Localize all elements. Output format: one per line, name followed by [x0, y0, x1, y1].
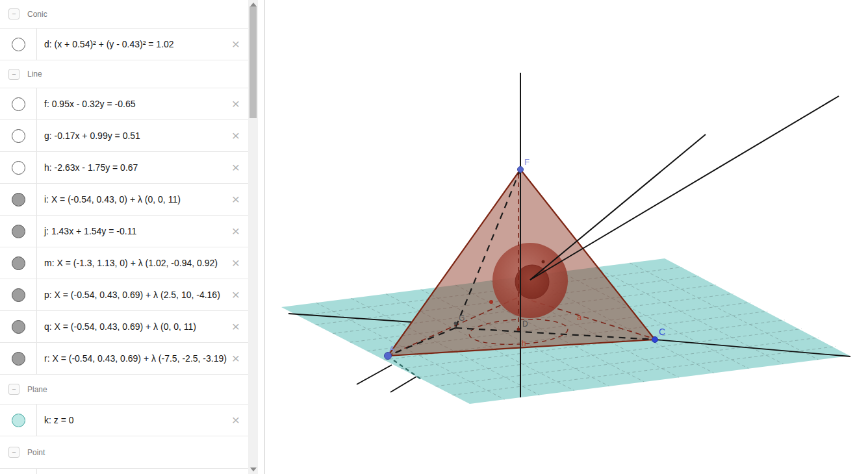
scroll-down-icon[interactable]	[250, 468, 257, 471]
partial-cell	[0, 469, 37, 474]
visibility-toggle[interactable]	[12, 320, 25, 334]
algebra-panel: −Conicd: (x + 0.54)² + (y - 0.43)² = 1.0…	[0, 0, 264, 474]
object-definition[interactable]: h: -2.63x - 1.75y = 0.67	[44, 162, 138, 173]
collapse-icon[interactable]: −	[8, 8, 19, 19]
visibility-toggle[interactable]	[12, 414, 25, 427]
algebra-object-list: −Conicd: (x + 0.54)² + (y - 0.43)² = 1.0…	[0, 0, 248, 474]
3d-scene: F A C D G h a	[265, 0, 868, 474]
section-header-conic: −Conic	[0, 0, 248, 29]
object-row[interactable]: q: X = (-0.54, 0.43, 0.69) + λ (0, 0, 11…	[0, 311, 248, 343]
delete-object-icon[interactable]: ×	[227, 286, 244, 303]
visibility-toggle[interactable]	[12, 225, 25, 238]
label-F: F	[524, 157, 530, 167]
object-row[interactable]: m: X = (-1.3, 1.13, 0) + λ (1.02, -0.94,…	[0, 247, 248, 279]
object-row[interactable]: p: X = (-0.54, 0.43, 0.69) + λ (2.5, 10,…	[0, 279, 248, 311]
object-row[interactable]: d: (x + 0.54)² + (y - 0.43)² = 1.02×	[0, 29, 248, 60]
object-row[interactable]: g: -0.17x + 0.99y = 0.51×	[0, 120, 248, 152]
visibility-toggle[interactable]	[12, 129, 25, 143]
visibility-toggle[interactable]	[12, 288, 25, 302]
label-G: G	[459, 314, 465, 323]
geogebra-window: −Conicd: (x + 0.54)² + (y - 0.43)² = 1.0…	[0, 0, 868, 474]
visibility-cell	[0, 279, 37, 310]
object-definition[interactable]: i: X = (-0.54, 0.43, 0) + λ (0, 0, 11)	[44, 194, 181, 205]
object-definition[interactable]: f: 0.95x - 0.32y = -0.65	[44, 99, 135, 109]
label-D: D	[522, 319, 528, 329]
delete-object-icon[interactable]: ×	[227, 159, 244, 176]
object-definition[interactable]: k: z = 0	[44, 415, 74, 425]
visibility-cell	[0, 152, 37, 183]
delete-object-icon[interactable]: ×	[227, 318, 244, 335]
delete-object-icon[interactable]: ×	[227, 36, 244, 53]
visibility-cell	[0, 120, 37, 151]
point-D[interactable]	[517, 328, 520, 331]
object-row[interactable]: j: 1.43x + 1.54y = -0.11×	[0, 216, 248, 247]
line-m[interactable]	[530, 96, 839, 280]
visibility-toggle[interactable]	[12, 97, 25, 111]
section-label: Line	[27, 69, 42, 79]
visibility-toggle[interactable]	[12, 161, 25, 175]
collapse-icon[interactable]: −	[8, 69, 19, 80]
scrollbar[interactable]	[248, 0, 258, 474]
object-definition[interactable]: p: X = (-0.54, 0.43, 0.69) + λ (2.5, 10,…	[44, 290, 220, 300]
delete-object-icon[interactable]: ×	[227, 223, 244, 240]
visibility-cell	[0, 247, 37, 279]
section-header-plane: −Plane	[0, 375, 248, 405]
point-C[interactable]	[652, 337, 658, 343]
object-definition[interactable]: r: X = (-0.54, 0.43, 0.69) + λ (-7.5, -2…	[44, 353, 227, 364]
object-definition[interactable]: j: 1.43x + 1.54y = -0.11	[44, 226, 136, 236]
section-label: Plane	[27, 385, 47, 394]
object-definition[interactable]: g: -0.17x + 0.99y = 0.51	[44, 131, 140, 141]
delete-object-icon[interactable]: ×	[227, 255, 244, 271]
visibility-cell	[0, 216, 37, 247]
object-row[interactable]: i: X = (-0.54, 0.43, 0) + λ (0, 0, 11)×	[0, 184, 248, 216]
visibility-cell	[0, 343, 37, 374]
delete-object-icon[interactable]: ×	[227, 350, 244, 367]
visibility-cell	[0, 29, 37, 60]
section-label: Point	[27, 448, 45, 457]
section-header-line: −Line	[0, 60, 248, 88]
visibility-cell	[0, 88, 37, 119]
delete-object-icon[interactable]: ×	[227, 127, 244, 144]
label-A: A	[389, 344, 395, 354]
object-definition[interactable]: d: (x + 0.54)² + (y - 0.43)² = 1.02	[44, 39, 174, 49]
visibility-cell	[0, 311, 37, 342]
point-tangent[interactable]	[489, 300, 493, 304]
delete-object-icon[interactable]: ×	[227, 191, 244, 208]
collapse-icon[interactable]: −	[8, 384, 19, 395]
collapse-icon[interactable]: −	[8, 447, 19, 458]
visibility-toggle[interactable]	[12, 193, 25, 206]
object-row[interactable]: k: z = 0×	[0, 405, 248, 436]
graphics-3d-view[interactable]: F A C D G h a	[264, 0, 868, 474]
partial-row	[0, 469, 248, 474]
object-row[interactable]: f: 0.95x - 0.32y = -0.65×	[0, 88, 248, 120]
point-F[interactable]	[518, 167, 524, 173]
label-h: h	[522, 339, 526, 348]
line-p[interactable]	[530, 134, 706, 280]
object-row[interactable]: h: -2.63x - 1.75y = 0.67×	[0, 152, 248, 184]
label-a: a	[577, 312, 582, 322]
delete-object-icon[interactable]: ×	[227, 95, 244, 112]
point-small-dark[interactable]	[542, 260, 545, 264]
visibility-toggle[interactable]	[12, 256, 25, 270]
object-definition[interactable]: q: X = (-0.54, 0.43, 0.69) + λ (0, 0, 11…	[44, 321, 196, 332]
point-G[interactable]	[454, 322, 457, 325]
visibility-cell	[0, 184, 37, 215]
section-label: Conic	[27, 10, 47, 19]
visibility-cell	[0, 405, 37, 436]
visibility-toggle[interactable]	[12, 38, 25, 51]
object-row[interactable]: r: X = (-0.54, 0.43, 0.69) + λ (-7.5, -2…	[0, 343, 248, 375]
delete-object-icon[interactable]: ×	[227, 412, 244, 429]
object-definition[interactable]: m: X = (-1.3, 1.13, 0) + λ (1.02, -0.94,…	[44, 258, 218, 268]
section-header-point: −Point	[0, 436, 248, 469]
label-C: C	[659, 327, 665, 337]
visibility-toggle[interactable]	[12, 352, 25, 366]
scrollbar-thumb[interactable]	[249, 6, 257, 118]
